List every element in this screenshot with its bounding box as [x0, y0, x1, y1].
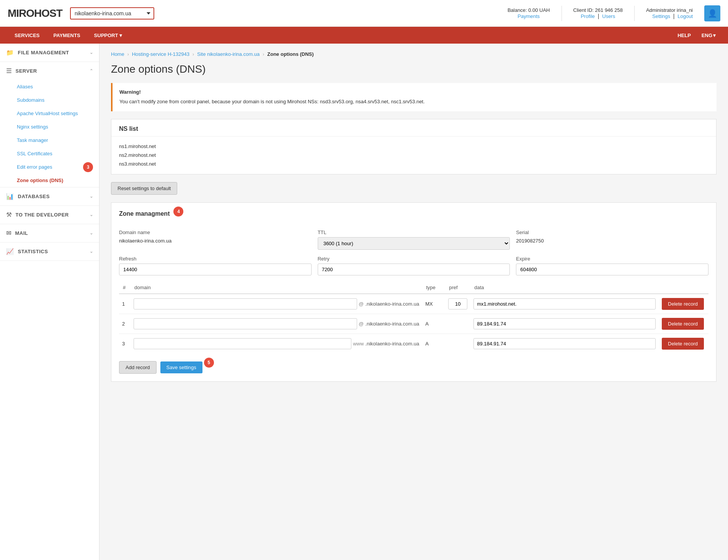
settings-link[interactable]: Settings: [652, 13, 670, 19]
nav-payments[interactable]: PAYMENTS: [47, 27, 87, 44]
sidebar: 📁 FILE MANAGEMENT ⌄ ☰ SERVER ⌃ Aliases S…: [0, 44, 100, 560]
sidebar-server-header[interactable]: ☰ SERVER ⌃: [0, 62, 99, 80]
developer-icon: ⚒: [6, 211, 12, 218]
dns-row-data: [470, 314, 659, 334]
sidebar-databases-header[interactable]: 📊 DATABASES ⌄: [0, 187, 99, 205]
nav-support[interactable]: SUPPORT ▾: [87, 27, 129, 44]
dns-row-data: [470, 334, 659, 353]
retry-input[interactable]: [318, 264, 510, 275]
delete-record-button-3[interactable]: Delete record: [662, 338, 704, 350]
expire-input[interactable]: [516, 264, 708, 275]
dns-prefix-input-1[interactable]: [134, 298, 357, 309]
refresh-label: Refresh: [119, 256, 312, 262]
sidebar-item-edit-error[interactable]: Edit error pages 3: [0, 160, 99, 174]
dns-at-label: @: [359, 301, 364, 307]
sep1: [562, 6, 562, 21]
domain-selector[interactable]: nikolaenko-irina.com.ua: [70, 7, 154, 20]
ttl-select[interactable]: 3600 (1 hour)7200 (2 hours)14400 (4 hour…: [318, 237, 510, 250]
sidebar-item-apache[interactable]: Apache VirtualHost settings: [0, 107, 99, 120]
add-record-button[interactable]: Add record: [119, 361, 157, 374]
table-row: 1@.nikolaenko-irina.com.uaMXDelete recor…: [119, 294, 708, 314]
ns-entry-3: ns3.mirohost.net: [119, 160, 708, 168]
nav-services[interactable]: SERVICES: [8, 27, 47, 44]
dns-row-delete: Delete record: [659, 334, 708, 353]
page-title: Zone options (DNS): [111, 63, 717, 75]
payments-link[interactable]: Payments: [517, 13, 540, 19]
zone-panel: Zone managment 4 Domain name nikolaenko-…: [111, 202, 717, 382]
breadcrumb-site[interactable]: Site nikolaenko-irina.com.ua: [197, 51, 260, 57]
users-link[interactable]: Users: [602, 13, 615, 19]
sidebar-item-zone-options[interactable]: Zone options (DNS): [0, 174, 99, 187]
support-dropdown-icon: ▾: [119, 33, 122, 38]
sidebar-statistics-header[interactable]: 📈 STATISTICS ⌄: [0, 243, 99, 260]
dns-row-domain: @.nikolaenko-irina.com.ua: [131, 314, 422, 334]
sidebar-section-statistics: 📈 STATISTICS ⌄: [0, 243, 99, 261]
sidebar-mail-header[interactable]: ✉ MAIL ⌄: [0, 224, 99, 242]
nav-right: HELP ENG ▾: [673, 27, 720, 44]
zone-form-row2: Refresh Retry Expire: [119, 256, 708, 275]
th-type: type: [422, 282, 445, 294]
nav-help[interactable]: HELP: [673, 27, 695, 44]
ns-entry-2: ns2.mirohost.net: [119, 151, 708, 160]
breadcrumb-home[interactable]: Home: [111, 51, 124, 57]
action-row: Add record Save settings 5: [119, 361, 708, 374]
expire-group: Expire: [516, 256, 708, 275]
dns-row-type: A: [422, 334, 445, 353]
dns-table: # domain type pref data 1@.nikolaenko-ir…: [119, 282, 708, 353]
sidebar-item-ssl[interactable]: SSL Certificates: [0, 147, 99, 160]
dns-row-delete: Delete record: [659, 314, 708, 334]
ns-entry-1: ns1.mirohost.net: [119, 142, 708, 151]
sidebar-item-subdomains[interactable]: Subdomains: [0, 93, 99, 107]
th-data: data: [470, 282, 659, 294]
admin-label: Administrator irina_ni: [646, 7, 693, 13]
refresh-input[interactable]: [119, 264, 312, 275]
refresh-group: Refresh: [119, 256, 312, 275]
delete-record-button-1[interactable]: Delete record: [662, 298, 704, 310]
badge-4: 4: [173, 207, 183, 217]
nav-lang[interactable]: ENG ▾: [697, 27, 720, 44]
dns-row-num: 3: [119, 334, 131, 353]
dns-prefix-input-2[interactable]: [134, 318, 357, 329]
sidebar-file-management-header[interactable]: 📁 FILE MANAGEMENT ⌄: [0, 44, 99, 62]
ttl-label: TTL: [318, 230, 510, 235]
sidebar-item-task-manager[interactable]: Task manager: [0, 133, 99, 147]
profile-link[interactable]: Profile: [581, 13, 595, 19]
reset-settings-button[interactable]: Reset settings to default: [111, 182, 177, 195]
delete-record-button-2[interactable]: Delete record: [662, 318, 704, 330]
logo: MIROHOST: [8, 7, 62, 20]
dns-data-input-3[interactable]: [473, 338, 656, 349]
dns-data-input-2[interactable]: [473, 318, 656, 329]
sidebar-item-aliases[interactable]: Aliases: [0, 80, 99, 93]
statistics-arrow: ⌄: [90, 249, 93, 254]
server-items: Aliases Subdomains Apache VirtualHost se…: [0, 80, 99, 187]
breadcrumb-hosting[interactable]: Hosting-service H-132943: [132, 51, 189, 57]
dns-at-label: @: [359, 321, 364, 327]
expire-label: Expire: [516, 256, 708, 262]
sidebar-section-file-management: 📁 FILE MANAGEMENT ⌄: [0, 44, 99, 62]
file-management-arrow: ⌄: [90, 50, 93, 55]
ttl-group: TTL 3600 (1 hour)7200 (2 hours)14400 (4 …: [318, 230, 510, 250]
header-admin: Administrator irina_ni Settings | Logout: [646, 7, 693, 19]
warning-title: Warning!: [119, 88, 710, 96]
sidebar-developer-header[interactable]: ⚒ TO THE DEVELOPER ⌄: [0, 206, 99, 224]
domain-name-value: nikolaenko-irina.com.ua: [119, 237, 312, 244]
ns-list: ns1.mirohost.net ns2.mirohost.net ns3.mi…: [111, 137, 716, 174]
dns-domain-suffix: .nikolaenko-irina.com.ua: [365, 301, 419, 307]
th-domain: domain: [131, 282, 422, 294]
developer-arrow: ⌄: [90, 212, 93, 217]
dns-pref-input-1[interactable]: [448, 298, 467, 309]
serial-value: 2019082750: [516, 237, 708, 244]
logout-link[interactable]: Logout: [677, 13, 693, 19]
header-right: Balance: 0.00 UAH Payments Client ID: 26…: [508, 5, 720, 21]
dns-at-label: www: [353, 341, 364, 347]
dns-data-input-1[interactable]: [473, 298, 656, 309]
dns-row-domain: www.nikolaenko-irina.com.ua: [131, 334, 422, 353]
dns-row-domain: @.nikolaenko-irina.com.ua: [131, 294, 422, 314]
save-settings-button[interactable]: Save settings: [160, 361, 202, 373]
file-management-icon: 📁: [6, 49, 14, 56]
sidebar-item-nginx[interactable]: Nginx settings: [0, 120, 99, 133]
nav-bar: SERVICES PAYMENTS SUPPORT ▾ HELP ENG ▾: [0, 27, 728, 44]
breadcrumb-sep3: ›: [263, 52, 264, 57]
sidebar-section-server: ☰ SERVER ⌃ Aliases Subdomains Apache Vir…: [0, 62, 99, 187]
dns-prefix-input-3[interactable]: [134, 338, 351, 349]
